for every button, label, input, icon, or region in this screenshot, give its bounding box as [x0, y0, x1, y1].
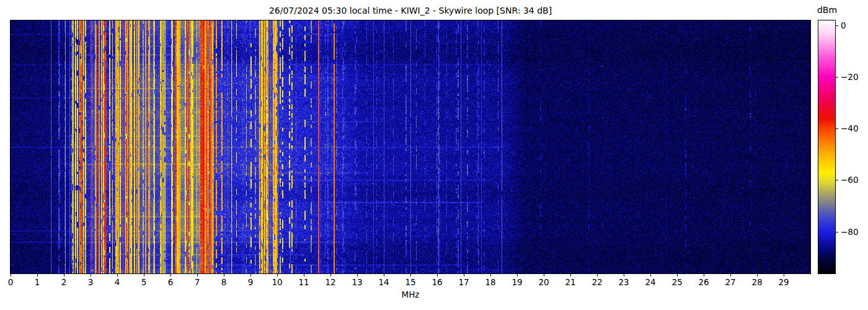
waterfall-heatmap — [10, 20, 811, 274]
x-tick-mark — [144, 274, 144, 277]
x-tick-label: 24 — [640, 277, 661, 287]
colorbar-gradient — [818, 20, 836, 274]
spectrogram-figure: 26/07/2024 05:30 local time - KIWI_2 - S… — [0, 0, 868, 310]
x-tick-mark — [650, 274, 651, 277]
x-tick-mark — [330, 274, 331, 277]
x-tick-label: 0 — [0, 277, 21, 287]
x-tick-label: 13 — [347, 277, 368, 287]
colorbar-tick-label: 0 — [841, 20, 846, 30]
colorbar-tick-mark — [836, 232, 838, 232]
x-tick-mark — [704, 274, 704, 277]
x-tick-label: 27 — [720, 277, 741, 287]
x-tick-mark — [517, 274, 518, 277]
x-tick-mark — [464, 274, 464, 277]
x-tick-mark — [224, 274, 224, 277]
x-tick-mark — [544, 274, 544, 277]
x-tick-label: 19 — [507, 277, 528, 287]
x-tick-label: 25 — [666, 277, 688, 287]
colorbar-tick-label: −80 — [841, 227, 859, 237]
x-tick-label: 20 — [533, 277, 554, 287]
x-tick-label: 28 — [746, 277, 768, 287]
x-tick-mark — [490, 274, 491, 277]
x-tick-mark — [410, 274, 411, 277]
colorbar-tick-mark — [836, 25, 838, 26]
x-tick-mark — [437, 274, 438, 277]
colorbar-tick-label: −40 — [841, 123, 859, 133]
x-tick-mark — [91, 274, 91, 277]
x-tick-mark — [784, 274, 784, 277]
x-tick-label: 21 — [560, 277, 581, 287]
x-tick-label: 22 — [587, 277, 608, 287]
x-tick-label: 8 — [213, 277, 234, 287]
x-tick-mark — [677, 274, 678, 277]
x-tick-label: 6 — [160, 277, 181, 287]
x-tick-mark — [757, 274, 758, 277]
x-tick-label: 11 — [293, 277, 314, 287]
x-tick-label: 17 — [453, 277, 474, 287]
x-tick-label: 12 — [320, 277, 341, 287]
x-tick-label: 16 — [427, 277, 448, 287]
x-tick-label: 9 — [240, 277, 261, 287]
colorbar-tick-mark — [836, 180, 838, 180]
colorbar-tick-label: −60 — [841, 175, 859, 185]
x-tick-label: 15 — [400, 277, 421, 287]
colorbar-tick-mark — [836, 77, 838, 78]
x-tick-label: 2 — [53, 277, 74, 287]
x-tick-mark — [11, 274, 11, 277]
colorbar-label: dBm — [808, 5, 846, 15]
x-tick-label: 4 — [107, 277, 128, 287]
x-tick-mark — [624, 274, 624, 277]
x-tick-mark — [250, 274, 251, 277]
x-tick-mark — [357, 274, 358, 277]
x-tick-mark — [570, 274, 571, 277]
x-tick-label: 23 — [613, 277, 634, 287]
x-tick-label: 7 — [187, 277, 208, 287]
x-tick-label: 10 — [267, 277, 288, 287]
chart-title: 26/07/2024 05:30 local time - KIWI_2 - S… — [11, 6, 810, 16]
x-axis-label: MHz — [379, 290, 441, 299]
x-tick-mark — [197, 274, 198, 277]
colorbar-tick-label: −20 — [841, 72, 859, 82]
x-tick-label: 5 — [133, 277, 154, 287]
x-tick-label: 18 — [480, 277, 501, 287]
x-tick-mark — [277, 274, 278, 277]
x-tick-label: 14 — [373, 277, 394, 287]
x-tick-mark — [117, 274, 118, 277]
x-tick-label: 3 — [80, 277, 101, 287]
x-tick-mark — [64, 274, 64, 277]
x-tick-mark — [37, 274, 38, 277]
x-tick-mark — [730, 274, 731, 277]
x-tick-label: 26 — [693, 277, 714, 287]
x-tick-mark — [597, 274, 598, 277]
x-tick-label: 29 — [773, 277, 794, 287]
x-tick-mark — [304, 274, 304, 277]
x-tick-mark — [170, 274, 171, 277]
x-tick-mark — [384, 274, 384, 277]
x-tick-label: 1 — [27, 277, 48, 287]
colorbar-tick-mark — [836, 128, 838, 129]
